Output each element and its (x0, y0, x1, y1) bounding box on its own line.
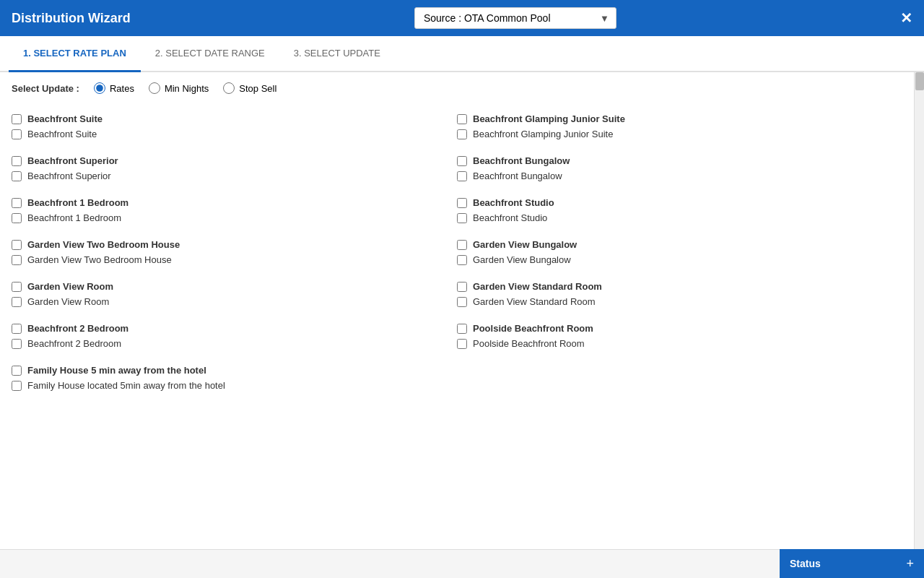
main-container: Distribution Wizard Source : OTA Common … (0, 0, 924, 578)
tab-select-update[interactable]: 3. SELECT UPDATE (279, 36, 395, 72)
room-name: Garden View Room (27, 296, 109, 307)
header: Distribution Wizard Source : OTA Common … (0, 0, 924, 36)
room-name: Family House located 5min away from the … (27, 380, 225, 391)
radio-stop-sell[interactable]: Stop Sell (223, 82, 276, 94)
rooms-left-column: Beachfront Suite Beachfront Suite Beachf… (12, 105, 457, 399)
room-item: Garden View Bungalow (457, 252, 902, 267)
room-item: Beachfront Superior (12, 153, 457, 168)
room-item: Garden View Standard Room (457, 294, 902, 309)
room-name: Garden View Bungalow (473, 254, 571, 265)
checkbox-garden-2bed-bold[interactable] (12, 240, 22, 250)
room-item: Beachfront 2 Bedroom (12, 321, 457, 336)
room-group-garden-2bed: Garden View Two Bedroom House Garden Vie… (12, 231, 457, 273)
source-dropdown[interactable]: Source : OTA Common Pool (414, 7, 616, 29)
room-name: Beachfront Bungalow (473, 171, 562, 181)
tab-select-date-range[interactable]: 2. SELECT DATE RANGE (141, 36, 279, 72)
checkbox-beachfront-suite-normal[interactable] (12, 129, 22, 139)
checkbox-beachfront-1bed-bold[interactable] (12, 198, 22, 208)
room-item: Beachfront 1 Bedroom (12, 195, 457, 210)
checkbox-glamping-bold[interactable] (457, 114, 467, 124)
room-group-garden-bungalow: Garden View Bungalow Garden View Bungalo… (457, 231, 902, 273)
checkbox-garden-standard-bold[interactable] (457, 282, 467, 292)
checkbox-beachfront-studio-normal[interactable] (457, 213, 467, 223)
room-name: Beachfront Suite (27, 113, 103, 124)
room-group-beachfront-suite: Beachfront Suite Beachfront Suite (12, 105, 457, 147)
room-name: Garden View Standard Room (473, 281, 602, 292)
checkbox-beachfront-superior-normal[interactable] (12, 171, 22, 181)
room-item: Beachfront Superior (12, 168, 457, 184)
room-item: Garden View Standard Room (457, 279, 902, 294)
bottom-bar (0, 549, 780, 578)
room-name: Beachfront 2 Bedroom (27, 338, 121, 349)
tab-select-rate-plan[interactable]: 1. SELECT RATE PLAN (9, 36, 141, 72)
checkbox-beachfront-superior-bold[interactable] (12, 156, 22, 166)
room-item: Garden View Room (12, 279, 457, 294)
checkbox-glamping-normal[interactable] (457, 129, 467, 139)
room-item: Beachfront 2 Bedroom (12, 336, 457, 351)
source-dropdown-container: Source : OTA Common Pool ▼ (414, 7, 616, 29)
content-area: Select Update : Rates Min Nights Stop Se… (0, 72, 914, 549)
status-plus-icon[interactable]: + (906, 556, 914, 571)
room-item: Beachfront Suite (12, 126, 457, 142)
checkbox-beachfront-1bed-normal[interactable] (12, 213, 22, 223)
checkbox-garden-room-bold[interactable] (12, 282, 22, 292)
room-group-glamping: Beachfront Glamping Junior Suite Beachfr… (457, 105, 902, 147)
room-group-poolside: Poolside Beachfront Room Poolside Beachf… (457, 315, 902, 357)
room-name: Garden View Two Bedroom House (27, 239, 180, 250)
scrollbar[interactable] (914, 72, 924, 549)
room-item: Poolside Beachfront Room (457, 336, 902, 351)
room-item: Garden View Room (12, 294, 457, 309)
checkbox-family-house-normal[interactable] (12, 381, 22, 391)
room-name: Beachfront Superior (27, 155, 118, 166)
radio-rates[interactable]: Rates (94, 82, 134, 94)
room-item: Family House located 5min away from the … (12, 378, 457, 393)
room-name: Beachfront Studio (473, 197, 554, 208)
room-name: Family House 5 min away from the hotel (27, 365, 206, 376)
checkbox-garden-bungalow-bold[interactable] (457, 240, 467, 250)
checkbox-garden-2bed-normal[interactable] (12, 255, 22, 265)
room-name: Beachfront 1 Bedroom (27, 197, 128, 208)
checkbox-beachfront-suite-bold[interactable] (12, 114, 22, 124)
close-button[interactable]: ✕ (900, 11, 912, 25)
scrollbar-thumb[interactable] (915, 72, 924, 90)
room-item: Beachfront Glamping Junior Suite (457, 111, 902, 126)
radio-min-nights[interactable]: Min Nights (149, 82, 209, 94)
room-group-beachfront-2bed: Beachfront 2 Bedroom Beachfront 2 Bedroo… (12, 315, 457, 357)
room-name: Poolside Beachfront Room (473, 323, 593, 334)
room-name: Garden View Standard Room (473, 296, 596, 307)
room-item: Beachfront Bungalow (457, 168, 902, 184)
room-group-beachfront-studio: Beachfront Studio Beachfront Studio (457, 189, 902, 231)
room-group-family-house: Family House 5 min away from the hotel F… (12, 357, 457, 399)
room-item: Family House 5 min away from the hotel (12, 363, 457, 378)
checkbox-poolside-normal[interactable] (457, 339, 467, 349)
room-item: Beachfront Glamping Junior Suite (457, 126, 902, 142)
radio-group: Rates Min Nights Stop Sell (94, 82, 276, 94)
room-group-garden-view-room: Garden View Room Garden View Room (12, 273, 457, 315)
checkbox-poolside-bold[interactable] (457, 324, 467, 334)
checkbox-beachfront-bungalow-bold[interactable] (457, 156, 467, 166)
checkbox-garden-bungalow-normal[interactable] (457, 255, 467, 265)
checkbox-family-house-bold[interactable] (12, 366, 22, 376)
room-item: Beachfront Studio (457, 195, 902, 210)
room-name: Garden View Bungalow (473, 239, 577, 250)
room-name: Beachfront 1 Bedroom (27, 212, 121, 223)
room-name: Garden View Two Bedroom House (27, 254, 172, 265)
checkbox-garden-standard-normal[interactable] (457, 297, 467, 307)
rooms-grid: Beachfront Suite Beachfront Suite Beachf… (12, 105, 902, 399)
checkbox-beachfront-studio-bold[interactable] (457, 198, 467, 208)
checkbox-beachfront-2bed-bold[interactable] (12, 324, 22, 334)
checkbox-beachfront-2bed-normal[interactable] (12, 339, 22, 349)
room-name: Beachfront Glamping Junior Suite (473, 113, 625, 124)
room-name: Beachfront Suite (27, 129, 97, 139)
checkbox-beachfront-bungalow-normal[interactable] (457, 171, 467, 181)
room-group-garden-standard: Garden View Standard Room Garden View St… (457, 273, 902, 315)
status-label: Status (790, 558, 821, 569)
rooms-right-column: Beachfront Glamping Junior Suite Beachfr… (457, 105, 902, 399)
room-name: Poolside Beachfront Room (473, 338, 585, 349)
room-item: Poolside Beachfront Room (457, 321, 902, 336)
room-group-beachfront-bungalow: Beachfront Bungalow Beachfront Bungalow (457, 147, 902, 189)
room-item: Garden View Two Bedroom House (12, 252, 457, 267)
checkbox-garden-room-normal[interactable] (12, 297, 22, 307)
tabs-bar: 1. SELECT RATE PLAN 2. SELECT DATE RANGE… (0, 36, 924, 72)
app-title: Distribution Wizard (12, 11, 131, 26)
